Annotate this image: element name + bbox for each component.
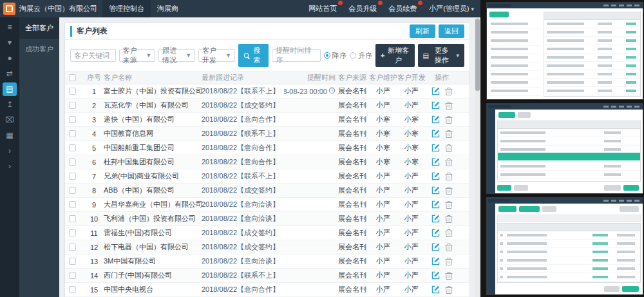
chevron-right-icon-2[interactable]: › <box>3 160 17 173</box>
topnav-links: 网站首页会员升级会员续费 <box>303 4 422 14</box>
topnav-link[interactable]: 会员升级 <box>343 4 383 14</box>
row-checkbox[interactable] <box>69 173 76 180</box>
company-name[interactable]: 淘展云（中国）有限公司 <box>19 4 97 14</box>
edit-icon[interactable] <box>431 129 440 138</box>
develop-select[interactable]: 客户开发▼ <box>198 49 235 62</box>
customer-list-icon[interactable]: ▤ <box>3 82 17 96</box>
delete-icon[interactable] <box>445 129 453 138</box>
vertical-scrollbar[interactable] <box>475 17 480 297</box>
remind-sort-input[interactable]: 提醒时间排序 <box>272 49 321 62</box>
customer-name-cell: 递快（中国）有限公司 <box>104 115 202 124</box>
seq-cell: 12 <box>84 244 104 251</box>
edit-icon[interactable] <box>431 243 440 251</box>
delete-icon[interactable] <box>445 229 453 237</box>
row-checkbox[interactable] <box>69 272 76 279</box>
search-button[interactable]: 搜索 <box>238 44 269 67</box>
row-checkbox[interactable] <box>69 144 76 151</box>
row-checkbox[interactable] <box>69 244 76 251</box>
edit-icon[interactable] <box>431 158 440 166</box>
customer-name-cell: 雷福生(中国)有限公司 <box>104 228 202 238</box>
row-checkbox[interactable] <box>69 201 76 208</box>
sort-desc-label: 降序 <box>332 51 346 61</box>
row-checkbox[interactable] <box>69 215 76 222</box>
source-select[interactable]: 客户来源▼ <box>119 49 156 62</box>
sort-asc-radio[interactable]: 升序 <box>350 51 372 61</box>
delete-icon[interactable] <box>445 144 453 152</box>
keyword-input[interactable]: 客户关键词 <box>70 49 116 62</box>
edit-icon[interactable] <box>431 115 440 124</box>
trash-icon[interactable]: ⌧ <box>3 113 17 127</box>
stats-icon[interactable]: ▦ <box>3 129 17 142</box>
chevron-right-icon[interactable]: › <box>3 144 17 158</box>
delete-icon[interactable] <box>445 186 453 195</box>
row-checkbox[interactable] <box>69 286 76 293</box>
followup-record-cell: 2018/08/22【成交签约】 <box>202 186 284 195</box>
edit-icon[interactable] <box>431 172 440 180</box>
source-select-label: 客户来源 <box>123 46 144 65</box>
page-title: 客户列表 <box>70 26 108 37</box>
row-checkbox[interactable] <box>69 102 76 109</box>
sort-desc-radio[interactable]: 降序 <box>324 51 346 61</box>
edit-icon[interactable] <box>431 257 440 265</box>
column-header: 序号 <box>84 73 104 82</box>
follow-select[interactable]: 跟进情况▼ <box>158 49 195 62</box>
delete-icon[interactable] <box>445 257 453 265</box>
back-button[interactable]: 返回 <box>439 24 464 38</box>
delete-icon[interactable] <box>445 158 453 166</box>
row-checkbox[interactable] <box>69 116 76 123</box>
chevron-down-icon: ▾ <box>456 52 459 59</box>
edit-icon[interactable] <box>431 229 440 237</box>
delete-icon[interactable] <box>445 101 453 110</box>
delete-icon[interactable] <box>445 285 453 294</box>
topnav-tab[interactable]: 淘展商 <box>151 0 185 17</box>
delete-icon[interactable] <box>445 215 453 223</box>
edit-icon[interactable] <box>431 186 440 195</box>
row-checkbox[interactable] <box>69 88 76 95</box>
filter-bar: 客户关键词 客户来源▼ 跟进情况▼ 客户开发▼ 搜索 提醒时间排序 降序 升序 … <box>65 40 469 72</box>
edit-icon[interactable] <box>431 285 440 294</box>
delete-icon[interactable] <box>445 172 453 180</box>
maintainer-cell: 小严 <box>369 228 397 238</box>
more-actions-button[interactable]: ▤更多操作▾ <box>418 44 465 67</box>
seq-cell: 15 <box>84 286 104 294</box>
topnav-link[interactable]: 网站首页 <box>303 4 343 14</box>
row-checkbox[interactable] <box>69 187 76 194</box>
sidebar-item[interactable]: 成功客户 <box>19 39 59 60</box>
maintainer-cell: 小严 <box>369 214 397 224</box>
edit-icon[interactable] <box>431 271 440 280</box>
develop-select-label: 客户开发 <box>202 46 223 65</box>
delete-icon[interactable] <box>445 271 453 280</box>
chevron-down-icon[interactable]: ▾ <box>3 36 17 50</box>
edit-icon[interactable] <box>431 87 440 95</box>
select-all-checkbox[interactable] <box>69 74 76 81</box>
edit-icon[interactable] <box>431 144 440 152</box>
row-checkbox[interactable] <box>69 229 76 236</box>
customer-name-cell: 富士胶片（中国）投资有限公司 <box>104 86 202 96</box>
add-customer-button[interactable]: +新增客户 <box>375 44 415 67</box>
source-cell: 展会名刊 <box>336 186 369 195</box>
row-checkbox[interactable] <box>69 258 76 265</box>
sidebar-item[interactable]: 全部客户 <box>19 17 59 39</box>
delete-icon[interactable] <box>445 200 453 209</box>
delete-icon[interactable] <box>445 243 453 251</box>
scrollbar-thumb[interactable] <box>475 19 480 91</box>
edit-icon[interactable] <box>431 215 440 223</box>
refresh-button[interactable]: 刷新 <box>410 24 435 38</box>
row-checkbox[interactable] <box>69 130 76 137</box>
topnav-tabs: 管理控制台淘展商 <box>102 0 185 17</box>
switch-icon[interactable]: ⇄ <box>3 67 17 81</box>
topnav-tab[interactable]: 管理控制台 <box>102 0 151 17</box>
topnav-link[interactable]: 会员续费 <box>383 4 422 14</box>
row-checkbox[interactable] <box>69 158 76 166</box>
export-icon[interactable]: ↥ <box>3 98 17 111</box>
search-icon <box>244 53 249 58</box>
delete-icon[interactable] <box>445 115 453 124</box>
edit-icon[interactable] <box>431 200 440 209</box>
user-icon[interactable]: ● <box>3 52 17 65</box>
edit-icon[interactable] <box>431 101 440 110</box>
user-menu[interactable]: 小严(管理员)▾ <box>422 4 480 14</box>
table-row: 15中国中央电视台2018/08/22【意向合作】展会名刊小严小严 <box>65 283 469 297</box>
delete-icon[interactable] <box>445 87 453 95</box>
menu-icon[interactable]: ≡ <box>3 21 17 34</box>
app-logo-icon[interactable] <box>3 3 15 15</box>
